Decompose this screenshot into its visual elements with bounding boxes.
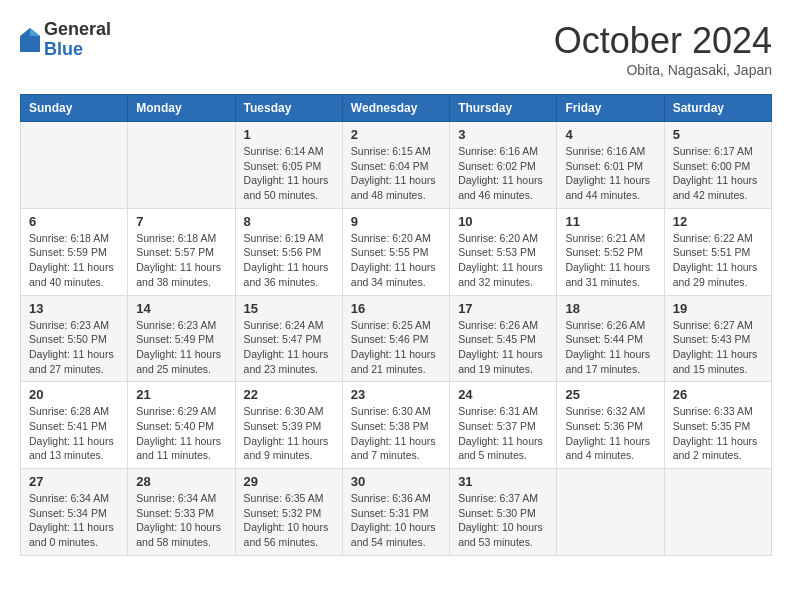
- day-info: Sunrise: 6:37 AM Sunset: 5:30 PM Dayligh…: [458, 491, 548, 550]
- day-number: 14: [136, 301, 226, 316]
- day-info: Sunrise: 6:19 AM Sunset: 5:56 PM Dayligh…: [244, 231, 334, 290]
- day-number: 10: [458, 214, 548, 229]
- location: Obita, Nagasaki, Japan: [554, 62, 772, 78]
- day-info: Sunrise: 6:29 AM Sunset: 5:40 PM Dayligh…: [136, 404, 226, 463]
- calendar-cell: 2Sunrise: 6:15 AM Sunset: 6:04 PM Daylig…: [342, 122, 449, 209]
- calendar-cell: 17Sunrise: 6:26 AM Sunset: 5:45 PM Dayli…: [450, 295, 557, 382]
- day-header-thursday: Thursday: [450, 95, 557, 122]
- calendar-cell: [128, 122, 235, 209]
- day-info: Sunrise: 6:16 AM Sunset: 6:01 PM Dayligh…: [565, 144, 655, 203]
- day-info: Sunrise: 6:27 AM Sunset: 5:43 PM Dayligh…: [673, 318, 763, 377]
- logo-text: General Blue: [44, 20, 111, 60]
- calendar-header: SundayMondayTuesdayWednesdayThursdayFrid…: [21, 95, 772, 122]
- day-info: Sunrise: 6:22 AM Sunset: 5:51 PM Dayligh…: [673, 231, 763, 290]
- day-number: 29: [244, 474, 334, 489]
- calendar-cell: [21, 122, 128, 209]
- day-header-saturday: Saturday: [664, 95, 771, 122]
- week-row-5: 27Sunrise: 6:34 AM Sunset: 5:34 PM Dayli…: [21, 469, 772, 556]
- calendar-cell: 31Sunrise: 6:37 AM Sunset: 5:30 PM Dayli…: [450, 469, 557, 556]
- calendar-cell: 9Sunrise: 6:20 AM Sunset: 5:55 PM Daylig…: [342, 208, 449, 295]
- svg-marker-1: [30, 28, 40, 36]
- week-row-3: 13Sunrise: 6:23 AM Sunset: 5:50 PM Dayli…: [21, 295, 772, 382]
- calendar-cell: 27Sunrise: 6:34 AM Sunset: 5:34 PM Dayli…: [21, 469, 128, 556]
- calendar-cell: 20Sunrise: 6:28 AM Sunset: 5:41 PM Dayli…: [21, 382, 128, 469]
- day-header-sunday: Sunday: [21, 95, 128, 122]
- day-number: 4: [565, 127, 655, 142]
- day-number: 27: [29, 474, 119, 489]
- calendar-cell: 14Sunrise: 6:23 AM Sunset: 5:49 PM Dayli…: [128, 295, 235, 382]
- day-info: Sunrise: 6:16 AM Sunset: 6:02 PM Dayligh…: [458, 144, 548, 203]
- day-number: 16: [351, 301, 441, 316]
- calendar-cell: 3Sunrise: 6:16 AM Sunset: 6:02 PM Daylig…: [450, 122, 557, 209]
- title-block: October 2024 Obita, Nagasaki, Japan: [554, 20, 772, 78]
- calendar-cell: 8Sunrise: 6:19 AM Sunset: 5:56 PM Daylig…: [235, 208, 342, 295]
- day-number: 31: [458, 474, 548, 489]
- day-number: 30: [351, 474, 441, 489]
- calendar-cell: 15Sunrise: 6:24 AM Sunset: 5:47 PM Dayli…: [235, 295, 342, 382]
- calendar-cell: [664, 469, 771, 556]
- calendar-cell: 7Sunrise: 6:18 AM Sunset: 5:57 PM Daylig…: [128, 208, 235, 295]
- day-number: 19: [673, 301, 763, 316]
- day-number: 3: [458, 127, 548, 142]
- day-number: 20: [29, 387, 119, 402]
- calendar-cell: 11Sunrise: 6:21 AM Sunset: 5:52 PM Dayli…: [557, 208, 664, 295]
- day-number: 11: [565, 214, 655, 229]
- logo-general: General: [44, 20, 111, 40]
- calendar-table: SundayMondayTuesdayWednesdayThursdayFrid…: [20, 94, 772, 556]
- calendar-cell: 21Sunrise: 6:29 AM Sunset: 5:40 PM Dayli…: [128, 382, 235, 469]
- day-info: Sunrise: 6:17 AM Sunset: 6:00 PM Dayligh…: [673, 144, 763, 203]
- day-header-monday: Monday: [128, 95, 235, 122]
- day-info: Sunrise: 6:31 AM Sunset: 5:37 PM Dayligh…: [458, 404, 548, 463]
- day-info: Sunrise: 6:15 AM Sunset: 6:04 PM Dayligh…: [351, 144, 441, 203]
- page-header: General Blue October 2024 Obita, Nagasak…: [20, 20, 772, 78]
- logo: General Blue: [20, 20, 111, 60]
- day-header-wednesday: Wednesday: [342, 95, 449, 122]
- calendar-cell: 18Sunrise: 6:26 AM Sunset: 5:44 PM Dayli…: [557, 295, 664, 382]
- day-info: Sunrise: 6:35 AM Sunset: 5:32 PM Dayligh…: [244, 491, 334, 550]
- day-number: 15: [244, 301, 334, 316]
- calendar-cell: 5Sunrise: 6:17 AM Sunset: 6:00 PM Daylig…: [664, 122, 771, 209]
- day-info: Sunrise: 6:36 AM Sunset: 5:31 PM Dayligh…: [351, 491, 441, 550]
- day-info: Sunrise: 6:23 AM Sunset: 5:49 PM Dayligh…: [136, 318, 226, 377]
- calendar-cell: 19Sunrise: 6:27 AM Sunset: 5:43 PM Dayli…: [664, 295, 771, 382]
- day-info: Sunrise: 6:34 AM Sunset: 5:33 PM Dayligh…: [136, 491, 226, 550]
- calendar-cell: 16Sunrise: 6:25 AM Sunset: 5:46 PM Dayli…: [342, 295, 449, 382]
- day-info: Sunrise: 6:26 AM Sunset: 5:45 PM Dayligh…: [458, 318, 548, 377]
- day-number: 26: [673, 387, 763, 402]
- day-header-tuesday: Tuesday: [235, 95, 342, 122]
- day-info: Sunrise: 6:33 AM Sunset: 5:35 PM Dayligh…: [673, 404, 763, 463]
- calendar-cell: 22Sunrise: 6:30 AM Sunset: 5:39 PM Dayli…: [235, 382, 342, 469]
- logo-blue: Blue: [44, 40, 111, 60]
- day-info: Sunrise: 6:18 AM Sunset: 5:57 PM Dayligh…: [136, 231, 226, 290]
- day-number: 28: [136, 474, 226, 489]
- day-info: Sunrise: 6:30 AM Sunset: 5:39 PM Dayligh…: [244, 404, 334, 463]
- month-title: October 2024: [554, 20, 772, 62]
- calendar-cell: 26Sunrise: 6:33 AM Sunset: 5:35 PM Dayli…: [664, 382, 771, 469]
- calendar-body: 1Sunrise: 6:14 AM Sunset: 6:05 PM Daylig…: [21, 122, 772, 556]
- day-number: 6: [29, 214, 119, 229]
- calendar-cell: 12Sunrise: 6:22 AM Sunset: 5:51 PM Dayli…: [664, 208, 771, 295]
- calendar-cell: 29Sunrise: 6:35 AM Sunset: 5:32 PM Dayli…: [235, 469, 342, 556]
- calendar-cell: 28Sunrise: 6:34 AM Sunset: 5:33 PM Dayli…: [128, 469, 235, 556]
- day-number: 8: [244, 214, 334, 229]
- calendar-cell: 23Sunrise: 6:30 AM Sunset: 5:38 PM Dayli…: [342, 382, 449, 469]
- days-row: SundayMondayTuesdayWednesdayThursdayFrid…: [21, 95, 772, 122]
- day-info: Sunrise: 6:23 AM Sunset: 5:50 PM Dayligh…: [29, 318, 119, 377]
- day-info: Sunrise: 6:34 AM Sunset: 5:34 PM Dayligh…: [29, 491, 119, 550]
- day-number: 1: [244, 127, 334, 142]
- day-header-friday: Friday: [557, 95, 664, 122]
- calendar-cell: 6Sunrise: 6:18 AM Sunset: 5:59 PM Daylig…: [21, 208, 128, 295]
- day-info: Sunrise: 6:30 AM Sunset: 5:38 PM Dayligh…: [351, 404, 441, 463]
- day-info: Sunrise: 6:32 AM Sunset: 5:36 PM Dayligh…: [565, 404, 655, 463]
- day-info: Sunrise: 6:20 AM Sunset: 5:53 PM Dayligh…: [458, 231, 548, 290]
- calendar-cell: 13Sunrise: 6:23 AM Sunset: 5:50 PM Dayli…: [21, 295, 128, 382]
- day-number: 18: [565, 301, 655, 316]
- day-number: 5: [673, 127, 763, 142]
- day-number: 2: [351, 127, 441, 142]
- day-number: 25: [565, 387, 655, 402]
- day-info: Sunrise: 6:28 AM Sunset: 5:41 PM Dayligh…: [29, 404, 119, 463]
- week-row-4: 20Sunrise: 6:28 AM Sunset: 5:41 PM Dayli…: [21, 382, 772, 469]
- day-info: Sunrise: 6:21 AM Sunset: 5:52 PM Dayligh…: [565, 231, 655, 290]
- day-info: Sunrise: 6:20 AM Sunset: 5:55 PM Dayligh…: [351, 231, 441, 290]
- day-number: 23: [351, 387, 441, 402]
